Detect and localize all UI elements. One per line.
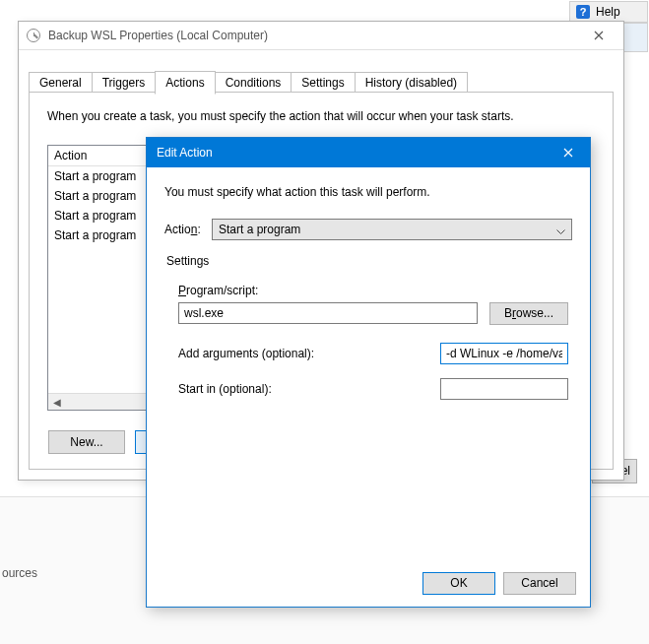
help-menu-fragment: ? Help <box>569 1 648 23</box>
actions-hint: When you create a task, you must specify… <box>47 109 514 123</box>
browse-button[interactable]: Browse... <box>489 302 568 325</box>
ok-button[interactable]: OK <box>422 572 495 595</box>
scroll-left-icon[interactable]: ◀ <box>48 394 65 410</box>
dialog-body: You must specify what action this task w… <box>147 167 590 607</box>
window-title: Backup WSL Properties (Local Computer) <box>48 29 268 42</box>
arguments-row: Add arguments (optional): <box>178 343 568 364</box>
dialog-close-button[interactable] <box>546 138 590 167</box>
action-row: Action: Start a program <box>164 219 572 240</box>
dialog-buttons: OK Cancel <box>422 572 576 595</box>
settings-groupbox-label: Settings <box>166 254 572 268</box>
help-icon: ? <box>576 5 590 19</box>
new-button[interactable]: New... <box>48 430 125 454</box>
tab-actions[interactable]: Actions <box>155 71 215 95</box>
startin-row: Start in (optional): <box>178 378 568 400</box>
tabstrip-line <box>29 92 614 93</box>
dialog-hint: You must specify what action this task w… <box>164 185 572 199</box>
settings-groupbox: Program/script: Browse... Add arguments … <box>164 278 572 400</box>
action-combobox[interactable]: Start a program <box>212 219 572 240</box>
program-row: Browse... <box>178 302 568 325</box>
cancel-button[interactable]: Cancel <box>503 572 576 595</box>
chevron-down-icon <box>556 225 565 238</box>
close-icon <box>594 31 604 40</box>
program-input[interactable] <box>178 302 478 324</box>
close-button[interactable] <box>582 25 616 46</box>
help-label: Help <box>596 5 620 19</box>
dialog-title: Edit Action <box>157 146 213 160</box>
action-value: Start a program <box>219 223 300 236</box>
dialog-titlebar[interactable]: Edit Action <box>147 138 590 167</box>
sources-label-fragment: ources <box>2 566 37 580</box>
edit-action-dialog: Edit Action You must specify what action… <box>146 137 591 608</box>
arguments-input[interactable] <box>440 343 568 364</box>
startin-label: Start in (optional): <box>178 382 272 396</box>
titlebar[interactable]: Backup WSL Properties (Local Computer) <box>19 22 623 50</box>
program-label: Program/script: <box>178 284 568 297</box>
startin-input[interactable] <box>440 378 568 400</box>
arguments-label: Add arguments (optional): <box>178 347 314 360</box>
action-label: Action: <box>164 223 212 236</box>
close-icon <box>563 148 573 158</box>
clock-icon <box>27 29 40 42</box>
